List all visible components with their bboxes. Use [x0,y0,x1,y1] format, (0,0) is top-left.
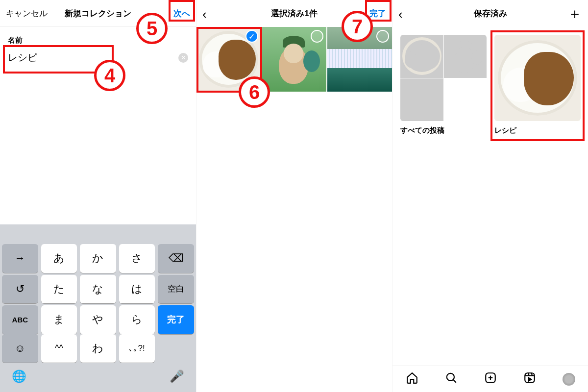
key-na[interactable]: な [80,275,116,304]
create-icon[interactable] [484,371,497,387]
key-ma[interactable]: ま [41,305,77,334]
home-icon[interactable] [406,371,418,387]
key-abc[interactable]: ABC [2,305,38,334]
page-title: 新規コレクション [50,8,146,19]
header-saved: ‹ 保存済み ＋ [392,0,588,27]
soft-keyboard[interactable]: → あ か さ ⌫ ↺ た な は 空白 ABC ま や ら 完了 ☺ ^^ わ… [0,224,196,392]
name-label: 名前 [0,27,196,49]
key-undo[interactable]: ↺ [2,275,38,304]
back-icon[interactable]: ‹ [202,7,207,21]
next-button[interactable]: 次へ [173,8,190,19]
thumb-waterfall[interactable] [327,27,392,92]
key-ka[interactable]: か [80,244,116,273]
pane-select-items: ‹ 選択済み1件 完了 ✓ 6 7 [196,0,392,392]
svg-rect-5 [525,373,535,383]
collection-label: レシピ [494,121,581,135]
key-wa[interactable]: わ [80,334,116,363]
key-punct[interactable]: ､｡?! [119,334,155,363]
key-ha[interactable]: は [119,275,155,304]
bottom-nav [392,366,588,392]
pane-new-collection: キャンセル 新規コレクション 次へ 名前 ✕ 4 5 → あ か さ ⌫ ↺ た… [0,0,196,392]
key-ya[interactable]: や [80,305,116,334]
key-emoji[interactable]: ☺ [2,334,38,363]
collection-label: すべての投稿 [400,121,487,135]
page-title: 保存済み [442,8,538,19]
header-new-collection: キャンセル 新規コレクション 次へ [0,0,196,27]
cancel-button[interactable]: キャンセル [6,8,48,19]
add-button[interactable]: ＋ [567,6,582,21]
mic-icon[interactable]: 🎤 [170,369,184,383]
collections-row: すべての投稿 レシピ [392,27,588,143]
key-space[interactable]: 空白 [158,275,194,304]
check-icon: ✓ [245,30,258,43]
pane-saved: ‹ 保存済み ＋ すべての投稿 レシピ [392,0,588,392]
profile-avatar[interactable] [563,373,575,386]
key-sa[interactable]: さ [119,244,155,273]
key-backspace[interactable]: ⌫ [158,244,194,273]
header-select: ‹ 選択済み1件 完了 [196,0,392,27]
key-ra[interactable]: ら [119,305,155,334]
reels-icon[interactable] [523,371,536,387]
selection-grid: ✓ [196,27,392,92]
svg-point-0 [447,373,454,380]
key-tab[interactable]: → [2,244,38,273]
key-a[interactable]: あ [41,244,77,273]
unchecked-icon [376,30,389,43]
thumb-curry[interactable]: ✓ [196,27,261,92]
done-button[interactable]: 完了 [369,8,386,19]
key-ta[interactable]: た [41,275,77,304]
collection-name-input[interactable] [8,49,178,66]
key-caret[interactable]: ^^ [41,334,77,363]
back-icon[interactable]: ‹ [398,7,403,21]
page-title: 選択済み1件 [246,8,342,19]
name-input-row: ✕ [0,49,196,72]
svg-line-1 [453,380,456,382]
collection-all-posts[interactable]: すべての投稿 [400,35,487,135]
unchecked-icon [311,30,323,43]
key-done[interactable]: 完了 [158,305,194,334]
thumb-puppy[interactable] [262,27,327,92]
clear-icon[interactable]: ✕ [178,53,188,63]
collection-recipe[interactable]: レシピ [494,35,581,135]
globe-icon[interactable]: 🌐 [12,369,26,383]
search-icon[interactable] [445,371,458,387]
